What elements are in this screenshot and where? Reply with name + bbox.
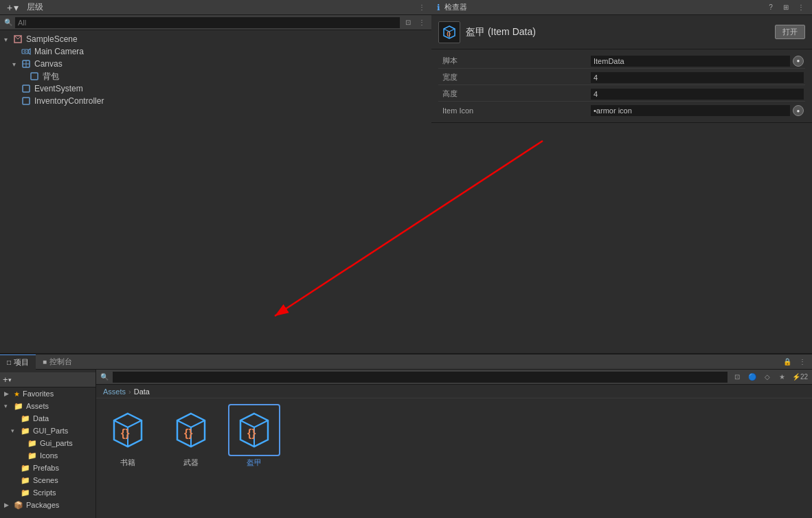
info-icon: ℹ [437,3,440,12]
canvas-label: Canvas [34,59,63,69]
hierarchy-more-icon[interactable]: ⋮ [416,2,427,13]
add-button[interactable]: + ▾ [4,2,21,13]
inventorycontroller-label: InventoryController [34,96,104,106]
width-field-value[interactable]: 4 [591,72,804,83]
hierarchy-item-samplescene[interactable]: ▾ SampleScene [0,33,431,45]
camera-icon [21,46,32,57]
asset-icon-wuqi: {} [166,405,216,455]
packages-folder-icon: 📦 [14,501,23,510]
project-add-button[interactable]: + [3,374,8,385]
hierarchy-item-inventorycontroller[interactable]: InventoryController [0,95,431,107]
hierarchy-item-beibao[interactable]: 背包 [0,70,431,82]
project-icon4[interactable]: ★ [777,372,788,383]
hierarchy-title: 层级 [27,1,216,13]
favorites-arrow-icon: ▶ [4,390,11,397]
open-button[interactable]: 打开 [775,25,805,39]
console-tab-icon: ■ [43,358,47,365]
script-field-circle-btn[interactable]: ● [793,56,804,67]
breadcrumb-assets[interactable]: Assets [103,387,126,396]
scripts-folder-icon: 📁 [21,488,30,497]
hierarchy-item-maincamera[interactable]: Main Camera [0,45,431,58]
hierarchy-more2-icon[interactable]: ⋮ [416,17,427,28]
data-folder-icon: 📁 [21,414,30,423]
project-zoom-level: ⚡22 [792,373,808,381]
hierarchy-search-input[interactable] [15,17,400,28]
tab-console[interactable]: ■ 控制台 [36,354,79,370]
console-tab-label: 控制台 [49,357,72,367]
maincamera-label: Main Camera [34,47,84,56]
scripts-label: Scripts [33,488,56,497]
icons-folder-icon: 📁 [27,451,37,460]
svg-rect-10 [23,85,30,92]
project-search-icon: 🔍 [100,373,109,381]
svg-text:{}: {} [121,427,129,439]
svg-rect-3 [22,49,28,54]
project-assets-grid: {} 书籍 {} [96,398,812,518]
sidebar-item-scripts[interactable]: 📁 Scripts [0,486,95,499]
asset-label-kuijia: 盔甲 [247,458,262,468]
svg-text:{}: {} [247,427,256,439]
sidebar-item-gui-parts-sub[interactable]: 📁 Gui_parts [0,437,95,449]
asset-label-wuqi: 武器 [183,458,199,468]
project-search-input[interactable] [113,372,728,383]
inspector-help-icon[interactable]: ? [765,2,776,13]
guiparts-folder-icon: 📁 [21,427,30,436]
sidebar-item-prefabs[interactable]: 📁 Prefabs [0,462,95,474]
guiparts-label: GUI_Parts [33,427,68,435]
script-field-label: 脚本 [440,56,591,66]
hierarchy-item-eventsystem[interactable]: EventSystem [0,82,431,95]
packages-arrow-icon: ▶ [4,502,11,508]
star-icon: ★ [14,390,20,398]
inspector-more-icon[interactable]: ⋮ [796,2,807,13]
tab-project[interactable]: □ 项目 [0,354,36,370]
svg-line-18 [114,420,128,427]
svg-text:{}: {} [447,30,451,36]
beibao-label: 背包 [43,71,59,82]
project-icon3[interactable]: ◇ [762,372,773,383]
guiparts-arrow-icon: ▾ [11,427,18,434]
project-icon2[interactable]: 🔵 [747,372,758,383]
scenes-folder-icon: 📁 [21,476,30,485]
item-icon-field-value: •armor icon [591,105,790,116]
svg-rect-11 [23,98,30,104]
prefabs-folder-icon: 📁 [21,464,30,473]
inspector-layout-icon[interactable]: ⊞ [780,2,791,13]
sidebar-item-scenes[interactable]: 📁 Scenes [0,474,95,486]
height-field-value[interactable]: 4 [591,89,804,100]
asset-item-kuijia[interactable]: {} 盔甲 [229,405,279,468]
hierarchy-item-canvas[interactable]: ▾ Canvas [0,58,431,70]
sidebar-item-assets[interactable]: ▾ 📁 Assets [0,400,95,412]
svg-line-19 [128,420,142,427]
item-icon-field-label: Item Icon [440,106,591,115]
sidebar-item-icons[interactable]: 📁 Icons [0,449,95,462]
asset-item-shujian[interactable]: {} 书籍 [103,405,153,468]
sidebar-item-guiparts[interactable]: ▾ 📁 GUI_Parts [0,425,95,437]
inspector-title: 检查器 [444,2,467,12]
hierarchy-icon1[interactable]: ⊡ [403,17,414,28]
asset-item-wuqi[interactable]: {} 武器 [166,405,216,468]
assets-folder-icon: 📁 [14,402,23,411]
sidebar-item-favorites[interactable]: ▶ ★ Favorites [0,387,95,400]
svg-line-28 [240,420,254,427]
project-sidebar: + ▾ ▶ ★ Favorites ▾ 📁 Assets [0,370,96,518]
item-icon-circle-btn[interactable]: ● [793,105,804,116]
breadcrumb-data[interactable]: Data [134,387,150,396]
project-tab-icon: □ [7,359,11,366]
svg-line-29 [254,420,268,427]
prefabs-label: Prefabs [33,464,59,472]
bottom-more-icon[interactable]: ⋮ [797,357,808,368]
eventsystem-label: EventSystem [34,84,83,93]
project-tab-label: 项目 [14,357,29,368]
project-add-arrow[interactable]: ▾ [8,376,12,383]
data-label: Data [33,414,49,423]
sidebar-item-packages[interactable]: ▶ 📦 Packages [0,499,95,511]
breadcrumb: Assets › Data [96,385,812,398]
eventsystem-icon [21,83,32,94]
svg-text:{}: {} [184,427,192,439]
lock-icon[interactable]: 🔒 [782,357,793,368]
sidebar-item-data[interactable]: 📁 Data [0,412,95,425]
assets-label: Assets [26,402,49,410]
assets-arrow-icon: ▾ [4,403,11,409]
bottom-tabs-bar: □ 项目 ■ 控制台 🔒 ⋮ [0,354,812,370]
project-icon1[interactable]: ⊡ [732,372,743,383]
